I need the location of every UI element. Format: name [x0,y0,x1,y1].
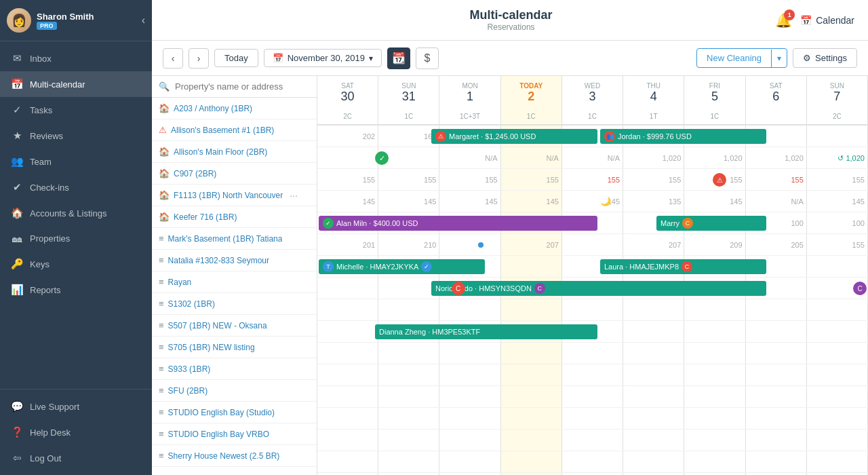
grid-cell[interactable] [562,386,623,407]
grid-cell[interactable] [746,408,807,429]
sidebar-item-properties[interactable]: 🏘 Properties [0,226,152,251]
grid-cell[interactable] [562,234,623,255]
sidebar-item-accounts-listings[interactable]: 🏠 Accounts & Listings [0,200,152,226]
grid-cell[interactable]: 145 [439,191,500,212]
grid-cell[interactable] [746,451,807,472]
grid-cell[interactable] [746,430,807,451]
grid-cell[interactable] [684,343,745,364]
grid-cell[interactable] [439,343,500,364]
grid-cell[interactable] [746,299,807,320]
grid-cell[interactable] [807,343,868,364]
grid-cell[interactable] [317,408,378,429]
grid-cell[interactable] [501,364,562,385]
grid-cell[interactable]: 145 [807,191,868,212]
grid-cell[interactable]: 145 [317,191,378,212]
today-button[interactable]: Today [214,49,258,67]
grid-cell[interactable]: N/A [501,147,562,168]
property-row[interactable]: 🏠F1113 (1BR) North Vancouver ··· [152,185,317,206]
grid-cell[interactable] [623,299,684,320]
property-row[interactable]: ≡Natalia #1302-833 Seymour [152,250,317,271]
grid-cell[interactable]: 135 [623,191,684,212]
grid-cell[interactable] [746,386,807,407]
grid-cell[interactable] [807,126,868,147]
grid-cell[interactable] [623,343,684,364]
grid-cell[interactable] [684,299,745,320]
grid-cell[interactable] [684,451,745,472]
new-cleaning-main-button[interactable]: New Cleaning [697,49,771,67]
grid-cell[interactable]: 145 [378,191,439,212]
grid-cell[interactable]: 202 [317,126,378,147]
grid-cell[interactable]: N/A [746,191,807,212]
grid-cell[interactable] [623,321,684,342]
grid-cell[interactable] [807,451,868,472]
grid-cell[interactable] [684,386,745,407]
grid-cell[interactable] [501,451,562,472]
property-row[interactable]: ≡S1302 (1BR) [152,293,317,315]
grid-cell[interactable] [746,364,807,385]
reservation-bar[interactable]: TMichelle · HMAY2JKYKA✓ [319,259,485,274]
grid-cell[interactable] [378,299,439,320]
grid-cell[interactable]: 1,020 [746,147,807,168]
grid-cell[interactable] [807,256,868,277]
calendar-view-button[interactable]: 📅 Calendar [800,15,854,26]
grid-cell[interactable]: 205 [746,234,807,255]
reservation-bar[interactable]: ⚠Margaret · $1,245.00 USD [431,129,597,144]
grid-cell[interactable] [807,321,868,342]
grid-cell[interactable] [623,386,684,407]
reservation-bar[interactable]: ✓Alan Miln · $400.00 USD [319,216,597,231]
grid-cell[interactable] [684,430,745,451]
grid-cell[interactable] [623,430,684,451]
grid-cell[interactable] [501,299,562,320]
grid-cell[interactable]: 145 [501,191,562,212]
grid-cell[interactable] [623,451,684,472]
property-row[interactable]: ≡S705 (1BR) NEW listing [152,337,317,358]
sidebar-item-log-out[interactable]: ⇦ Log Out [0,445,152,471]
grid-cell[interactable]: 201 [317,234,378,255]
grid-cell[interactable] [317,343,378,364]
grid-cell[interactable] [439,408,500,429]
grid-cell[interactable] [562,364,623,385]
grid-cell[interactable] [317,364,378,385]
grid-cell[interactable] [807,408,868,429]
property-row[interactable]: 🏠Keefer 716 (1BR) [152,206,317,228]
grid-cell[interactable] [746,343,807,364]
grid-cell[interactable] [317,299,378,320]
grid-cell[interactable]: N/A [562,147,623,168]
grid-cell[interactable] [439,451,500,472]
grid-cell[interactable]: 155 [562,169,623,190]
grid-cell[interactable]: ↺ 1,020 [807,147,868,168]
sidebar-item-inbox[interactable]: ✉ Inbox [0,45,152,71]
grid-cell[interactable] [439,386,500,407]
grid-cell[interactable]: 145 [562,191,623,212]
new-cleaning-dropdown-button[interactable]: ▾ [771,50,787,67]
grid-cell[interactable] [439,430,500,451]
property-row[interactable]: ≡Mark's Basement (1BR) Tatiana [152,228,317,250]
reservation-bar[interactable]: Dianna Zheng · HM3PE53KTF [375,324,597,339]
grid-cell[interactable]: 145 [684,191,745,212]
grid-cell[interactable] [317,430,378,451]
grid-cell[interactable] [807,299,868,320]
grid-cell[interactable] [378,343,439,364]
grid-cell[interactable] [378,430,439,451]
grid-cell[interactable] [378,364,439,385]
sidebar-item-check-ins[interactable]: ✔ Check-ins [0,174,152,200]
property-row[interactable]: ≡Rayan [152,271,317,293]
grid-cell[interactable] [501,343,562,364]
grid-cell[interactable] [501,408,562,429]
grid-cell[interactable]: 155 [378,169,439,190]
property-row[interactable]: ≡STUDIO English Bay VRBO [152,423,317,445]
grid-cell[interactable] [501,256,562,277]
sidebar-item-reports[interactable]: 📊 Reports [0,277,152,303]
grid-cell[interactable] [378,278,439,299]
next-button[interactable]: › [189,48,209,69]
grid-cell[interactable] [439,364,500,385]
grid-cell[interactable]: 155 [807,234,868,255]
grid-cell[interactable] [378,386,439,407]
settings-button[interactable]: ⚙ Settings [793,48,857,68]
grid-cell[interactable] [623,364,684,385]
grid-cell[interactable] [562,430,623,451]
grid-cell[interactable] [378,451,439,472]
date-picker-button[interactable]: 📅 November 30, 2019 ▾ [264,49,382,67]
grid-cell[interactable] [807,364,868,385]
grid-cell[interactable] [623,408,684,429]
